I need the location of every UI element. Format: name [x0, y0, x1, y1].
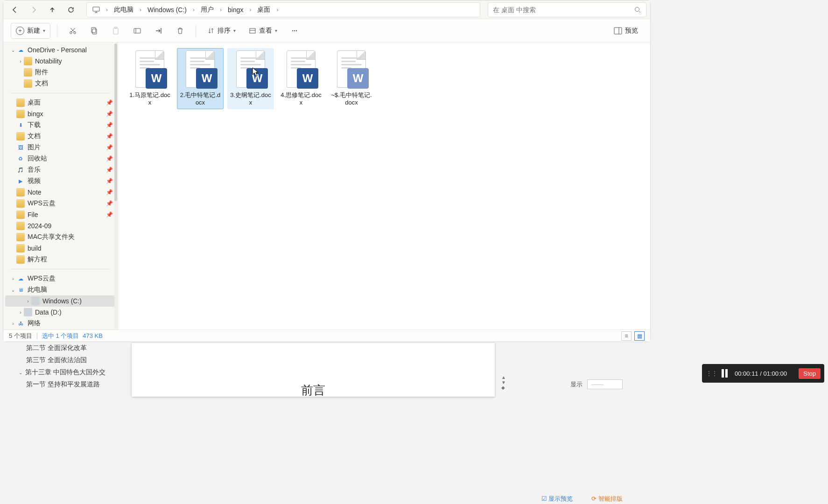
breadcrumb-bar[interactable]: › 此电脑› Windows (C:)› 用户› bingx› 桌面› — [86, 2, 480, 17]
doc-heading: 前言 — [301, 382, 325, 397]
sidebar-item-11[interactable]: 2024-09 — [3, 220, 118, 231]
file-name: ~$.毛中特笔记.docx — [330, 91, 372, 107]
crumb-desktop[interactable]: 桌面 — [254, 3, 273, 16]
crumb-thispc[interactable]: 此电脑 — [111, 3, 136, 16]
file-item[interactable]: W3.史纲笔记.docx — [227, 48, 274, 109]
word-file-icon: W — [135, 50, 164, 88]
crumb-users[interactable]: 用户 — [198, 3, 217, 16]
svg-rect-4 — [92, 29, 97, 34]
copy-button[interactable] — [85, 23, 103, 39]
tree-notability[interactable]: ›Notability — [3, 56, 118, 67]
sidebar-item-3[interactable]: 文档📌 — [3, 131, 118, 142]
refresh-button[interactable] — [63, 3, 79, 17]
svg-rect-8 — [134, 28, 140, 33]
sidebar-item-14[interactable]: 解方程 — [3, 254, 118, 265]
file-grid[interactable]: W1.马原笔记.docxW2.毛中特笔记.docxW3.史纲笔记.docxW4.… — [118, 42, 650, 329]
file-item[interactable]: W1.马原笔记.docx — [126, 48, 173, 109]
outline-item[interactable]: 第一节 坚持和平发展道路 — [12, 378, 119, 391]
tree-wps[interactable]: ›☁WPS云盘 — [3, 273, 118, 284]
sidebar-item-0[interactable]: 桌面📌 — [3, 97, 118, 108]
cloud-preview-link[interactable]: ☑ 显示预览 — [541, 495, 573, 503]
pictures-icon: 🖼 — [16, 143, 25, 152]
new-button[interactable]: + 新建 ▾ — [11, 23, 50, 39]
search-icon — [634, 6, 641, 14]
music-icon: 🎵 — [16, 166, 25, 174]
download-icon: ⬇ — [16, 121, 25, 129]
share-button[interactable] — [150, 23, 168, 39]
sidebar-item-9[interactable]: WPS云盘📌 — [3, 198, 118, 209]
sidebar-item-8[interactable]: Note📌 — [3, 187, 118, 198]
sidebar-item-5[interactable]: ♻回收站📌 — [3, 153, 118, 164]
nav-row: › 此电脑› Windows (C:)› 用户› bingx› 桌面› — [3, 0, 650, 19]
folder-icon — [16, 132, 25, 140]
folder-icon — [16, 244, 25, 252]
crumb-user[interactable]: bingx — [225, 3, 246, 16]
paste-button[interactable] — [107, 23, 125, 39]
folder-icon — [16, 255, 25, 264]
search-box[interactable] — [488, 2, 646, 17]
cloud-icon: ☁ — [16, 274, 25, 283]
pause-button[interactable] — [722, 369, 730, 378]
file-item[interactable]: W4.思修笔记.docx — [278, 48, 324, 109]
sidebar-item-1[interactable]: bingx📌 — [3, 108, 118, 119]
outline-item[interactable]: ⌄第十三章 中国特色大国外交 — [12, 366, 119, 378]
tree-onedrive[interactable]: ⌄ ☁ OneDrive - Personal — [3, 44, 118, 56]
tree-thispc[interactable]: ⌄🖥此电脑 — [3, 284, 118, 295]
sidebar-item-13[interactable]: build — [3, 243, 118, 254]
scroll-arrows[interactable]: ▲▼◆ — [501, 375, 506, 390]
tree-documents-od[interactable]: 文档 — [3, 78, 118, 89]
sidebar-item-4[interactable]: 🖼图片📌 — [3, 142, 118, 153]
svg-rect-9 — [250, 28, 255, 33]
drag-handle-icon[interactable]: ⋮⋮ — [706, 370, 717, 377]
tree-drive-d[interactable]: ›Data (D:) — [3, 307, 118, 318]
pin-icon: 📌 — [106, 111, 113, 117]
folder-icon — [24, 79, 32, 88]
tree-attachments[interactable]: 附件 — [3, 67, 118, 78]
word-file-icon: W — [337, 50, 366, 88]
crumb-drive[interactable]: Windows (C:) — [145, 3, 189, 16]
smart-layout-link[interactable]: ⟳ 智能排版 — [591, 495, 623, 503]
file-name: 3.史纲笔记.docx — [230, 91, 272, 107]
up-button[interactable] — [44, 3, 60, 17]
sidebar-item-7[interactable]: ▶视频📌 — [3, 175, 118, 187]
view-button[interactable]: 查看 ▾ — [244, 23, 282, 39]
sort-button[interactable]: 排序 ▾ — [203, 23, 240, 39]
screen-recorder-bar[interactable]: ⋮⋮ 00:00:11 / 01:00:00 Stop — [702, 364, 824, 383]
preview-button[interactable]: 预览 — [609, 23, 643, 39]
pin-icon: 📌 — [106, 99, 113, 106]
back-button[interactable] — [7, 3, 23, 17]
forward-button[interactable] — [26, 3, 42, 17]
list-view-toggle[interactable]: ≡ — [621, 331, 632, 341]
document-preview: 前言 — [132, 343, 495, 397]
folder-icon — [16, 110, 25, 118]
monitor-icon — [90, 3, 103, 16]
sidebar-item-6[interactable]: 🎵音乐📌 — [3, 164, 118, 175]
rename-button[interactable] — [128, 23, 146, 39]
search-input[interactable] — [493, 6, 634, 14]
tree-network[interactable]: ›🖧网络 — [3, 318, 118, 329]
svg-point-1 — [635, 7, 639, 11]
preview-label: 预览 — [625, 27, 638, 35]
outline-item[interactable]: 第三节 全面依法治国 — [12, 354, 119, 366]
explorer-body: ⌄ ☁ OneDrive - Personal ›Notability 附件 文… — [3, 42, 650, 329]
file-item[interactable]: W~$.毛中特笔记.docx — [328, 48, 375, 109]
pin-icon: 📌 — [106, 211, 113, 218]
cut-button[interactable] — [64, 23, 82, 39]
folder-icon — [24, 57, 32, 65]
grid-view-toggle[interactable]: ▦ — [634, 331, 645, 341]
file-item[interactable]: W2.毛中特笔记.docx — [177, 48, 224, 109]
folder-icon — [24, 68, 32, 77]
delete-button[interactable] — [171, 23, 189, 39]
svg-rect-6 — [113, 28, 118, 34]
outline-item[interactable]: 第二节 全面深化改革 — [12, 342, 119, 354]
sidebar-item-12[interactable]: MAC共享文件夹 — [3, 231, 118, 243]
sidebar-item-2[interactable]: ⬇下载📌 — [3, 119, 118, 131]
scrollbar-thumb[interactable] — [114, 43, 117, 201]
tree-drive-c[interactable]: ›Windows (C:) — [5, 295, 116, 307]
status-size: 473 KB — [83, 332, 103, 339]
network-icon: 🖧 — [16, 319, 25, 328]
more-button[interactable]: ··· — [286, 23, 303, 39]
sidebar-item-10[interactable]: File📌 — [3, 209, 118, 220]
cloud-icon: ☁ — [16, 46, 25, 54]
stop-button[interactable]: Stop — [799, 368, 821, 379]
